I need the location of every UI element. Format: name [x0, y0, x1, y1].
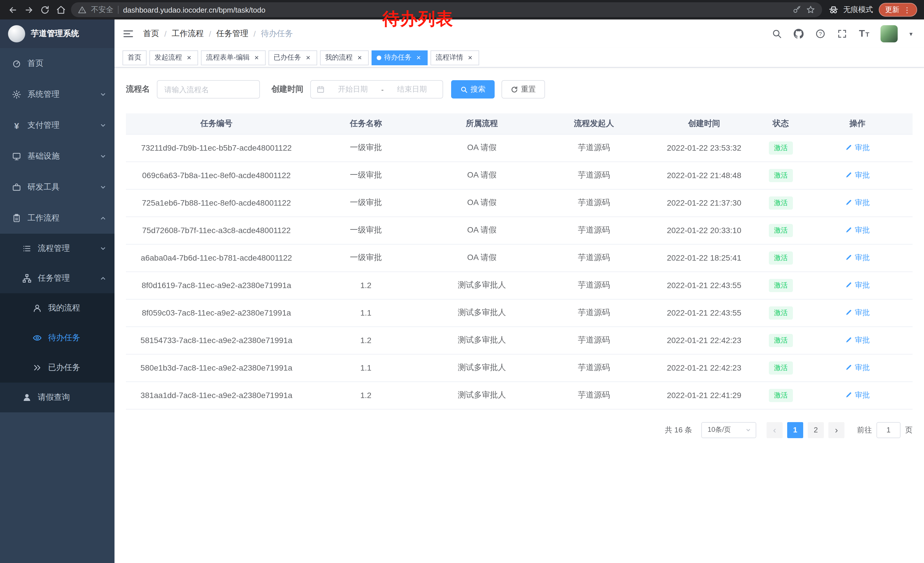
chevron-up-icon: [100, 275, 106, 282]
sidebar-item-infrastructure[interactable]: 基础设施: [0, 141, 114, 172]
approve-link[interactable]: 审批: [845, 335, 870, 345]
status-badge: 激活: [769, 141, 793, 155]
approve-link[interactable]: 审批: [845, 252, 870, 263]
cell-actions: 审批: [802, 134, 912, 162]
sidebar-item-workflow[interactable]: 工作流程: [0, 203, 114, 234]
help-icon[interactable]: ?: [816, 29, 826, 39]
github-icon[interactable]: [794, 29, 804, 39]
search-button[interactable]: 搜索: [451, 80, 495, 99]
font-size-icon[interactable]: TT: [859, 28, 869, 39]
tab-close-icon[interactable]: ×: [185, 54, 193, 62]
cell-process: OA 请假: [425, 162, 539, 189]
tab-close-icon[interactable]: ×: [304, 54, 312, 62]
tab-0[interactable]: 首页: [123, 50, 147, 65]
tab-label: 发起流程: [154, 53, 182, 62]
reload-button[interactable]: [37, 2, 52, 18]
cell-actions: 审批: [802, 162, 912, 189]
search-icon: [460, 86, 468, 93]
approve-link[interactable]: 审批: [845, 363, 870, 373]
avatar[interactable]: [881, 25, 898, 42]
tab-1[interactable]: 发起流程 ×: [149, 50, 198, 65]
bookmark-star-icon[interactable]: [806, 5, 815, 14]
sidebar-item-system[interactable]: 系统管理: [0, 79, 114, 110]
cell-initiator: 芋道源码: [539, 381, 649, 409]
sidebar-item-todo-tasks[interactable]: 待办任务: [0, 323, 114, 353]
menu-dots-icon[interactable]: ⋮: [903, 6, 911, 14]
sidebar-item-label: 流程管理: [38, 243, 94, 254]
breadcrumb-task-mgmt[interactable]: 任务管理: [216, 29, 249, 39]
cell-task-id: 8f059c03-7ac8-11ec-a9e2-a2380e71991a: [126, 299, 307, 326]
tab-6[interactable]: 流程详情 ×: [430, 50, 479, 65]
total-count: 共 16 条: [665, 425, 692, 435]
org-icon: [22, 274, 32, 283]
approve-link[interactable]: 审批: [845, 170, 870, 180]
page-button-1[interactable]: 1: [787, 422, 803, 438]
sidebar-item-dev-tools[interactable]: 研发工具: [0, 172, 114, 203]
cell-task-name: 1.1: [307, 354, 425, 381]
double-arrow-icon: [32, 363, 42, 372]
tab-close-icon[interactable]: ×: [356, 54, 363, 62]
sidebar-item-my-process[interactable]: 我的流程: [0, 293, 114, 323]
yen-icon: ¥: [12, 121, 22, 130]
password-key-icon[interactable]: [792, 5, 801, 14]
tab-close-icon[interactable]: ×: [252, 54, 261, 62]
goto-page-input[interactable]: [876, 422, 900, 438]
tab-close-icon[interactable]: ×: [466, 54, 474, 62]
reset-button[interactable]: 重置: [501, 80, 545, 99]
date-range-picker[interactable]: 开始日期 - 结束日期: [310, 80, 443, 99]
tab-4[interactable]: 我的流程 ×: [320, 50, 369, 65]
prev-page-button[interactable]: ‹: [766, 422, 783, 438]
workflow-submenu: 流程管理 任务管理: [0, 234, 114, 412]
table-row: 8f059c03-7ac8-11ec-a9e2-a2380e71991a 1.1…: [126, 299, 912, 326]
page-size-select[interactable]: 10条/页: [701, 422, 756, 438]
cell-actions: 审批: [802, 299, 912, 326]
forward-button[interactable]: [21, 2, 37, 18]
process-name-input[interactable]: [157, 80, 260, 99]
approve-link[interactable]: 审批: [845, 143, 870, 153]
update-button[interactable]: 更新 ⋮: [879, 3, 917, 17]
search-icon[interactable]: [772, 29, 782, 39]
cell-initiator: 芋道源码: [539, 162, 649, 189]
approve-link[interactable]: 审批: [845, 308, 870, 318]
cell-task-name: 一级审批: [307, 134, 425, 162]
sidebar-item-leave-query[interactable]: 请假查询: [0, 383, 114, 412]
sidebar-item-payment[interactable]: ¥ 支付管理: [0, 110, 114, 141]
approve-link-label: 审批: [855, 308, 870, 318]
cell-process: OA 请假: [425, 189, 539, 216]
sidebar-item-process-mgmt[interactable]: 流程管理: [0, 234, 114, 263]
tab-close-icon[interactable]: ×: [414, 54, 423, 62]
tab-2[interactable]: 流程表单-编辑 ×: [201, 50, 266, 65]
sidebar-item-task-mgmt[interactable]: 任务管理: [0, 263, 114, 293]
approve-link[interactable]: 审批: [845, 390, 870, 400]
next-page-button[interactable]: ›: [828, 422, 844, 438]
approve-link[interactable]: 审批: [845, 280, 870, 290]
clipboard-icon: [12, 214, 22, 223]
cell-task-name: 一级审批: [307, 189, 425, 216]
cell-status: 激活: [759, 134, 802, 162]
status-badge: 激活: [769, 279, 793, 292]
page-button-2[interactable]: 2: [808, 422, 824, 438]
status-badge: 激活: [769, 224, 793, 237]
person-icon: [22, 393, 32, 402]
breadcrumb-workflow[interactable]: 工作流程: [172, 29, 204, 39]
sidebar-toggle-icon[interactable]: [123, 28, 134, 39]
tab-5[interactable]: 待办任务 ×: [372, 50, 428, 65]
tab-3[interactable]: 已办任务 ×: [268, 50, 317, 65]
sidebar-item-label: 系统管理: [27, 89, 94, 100]
sidebar-item-home[interactable]: 首页: [0, 48, 114, 79]
approve-link[interactable]: 审批: [845, 225, 870, 236]
cell-status: 激活: [759, 299, 802, 326]
approve-link[interactable]: 审批: [845, 198, 870, 208]
chevron-down-icon[interactable]: ▾: [909, 30, 912, 38]
sidebar-item-done-tasks[interactable]: 已办任务: [0, 353, 114, 383]
breadcrumb-home[interactable]: 首页: [143, 29, 159, 39]
fullscreen-icon[interactable]: [837, 29, 848, 39]
back-button[interactable]: [4, 2, 21, 18]
cell-initiator: 芋道源码: [539, 216, 649, 244]
chevron-down-icon: [100, 184, 106, 191]
cell-process: 测试多审批人: [425, 381, 539, 409]
home-button[interactable]: [52, 2, 69, 18]
cell-actions: 审批: [802, 326, 912, 354]
app-title: 芋道管理系统: [31, 29, 79, 39]
breadcrumb-separator: /: [209, 29, 211, 38]
